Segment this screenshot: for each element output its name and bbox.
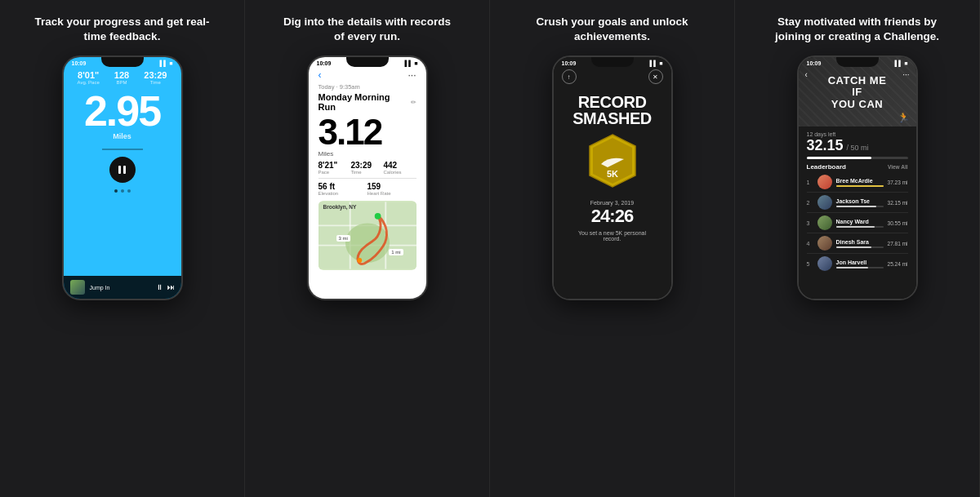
avatar-5: [817, 256, 832, 271]
leader-row-5: 5 Jon Harvell 25.24 mi: [799, 254, 916, 273]
music-label: Jump In: [90, 285, 151, 291]
phone-3-screen: 10:09 ▌▌ ■ ↑ ✕ RECORD SMASHED: [554, 57, 671, 299]
phone-2-status: 10:09 ▌▌ ■: [309, 57, 426, 66]
music-thumbnail: [70, 280, 85, 295]
rank-5: 5: [807, 261, 813, 267]
leader-3-info: Nancy Ward: [836, 219, 884, 228]
challenge-progress: 12 days left 32.15 / 50 mi: [799, 126, 916, 159]
run-distance: 3.12: [309, 113, 426, 150]
panel-3: Crush your goals and unlock achievements…: [490, 0, 735, 497]
stats-divider-1: [318, 178, 416, 179]
stat-elevation: 56 ft Elevation: [318, 182, 368, 196]
panel-2: Dig into the details with records of eve…: [245, 0, 490, 497]
metric-time: 23:29 Time: [144, 71, 167, 85]
svg-text:5K: 5K: [606, 169, 617, 179]
phone-2: 10:09 ▌▌ ■ ‹ ··· Today · 9:35am Monday M…: [307, 55, 428, 300]
close-icon[interactable]: ✕: [648, 69, 663, 84]
rank-1: 1: [807, 180, 813, 185]
progress-goal: / 50 mi: [847, 144, 869, 152]
music-bar[interactable]: Jump In ⏸ ⏭: [64, 276, 181, 299]
phone-4: 10:09 ▌▌ ■ ‹ ··· CATCH ME IF YOU CAN 🏃 1…: [797, 55, 918, 300]
leader-1-dist: 37.23 mi: [888, 180, 908, 185]
run-map[interactable]: Brooklyn, NY 3 mi 1 mi: [318, 201, 416, 270]
leader-3-dist: 30.55 mi: [888, 220, 908, 226]
map-mile-3: 3 mi: [336, 235, 350, 242]
leader-2-name: Jackson Tse: [836, 198, 884, 204]
panel-1: Track your progress and get real-time fe…: [0, 0, 245, 497]
panel-4: Stay motivated with friends by joining o…: [735, 0, 980, 497]
play-pause-icon[interactable]: ⏸: [156, 283, 163, 291]
leaderboard-label: Leaderboard: [807, 163, 846, 171]
status-icons-4: ▌▌ ■: [894, 60, 907, 66]
panel-4-tagline: Stay motivated with friends by joining o…: [768, 15, 947, 44]
stat-heartrate: 159 Heart Rate: [368, 182, 416, 196]
phone-2-screen: 10:09 ▌▌ ■ ‹ ··· Today · 9:35am Monday M…: [309, 57, 426, 299]
back-icon-4[interactable]: ‹: [805, 70, 808, 79]
edit-icon[interactable]: ✏: [411, 99, 416, 106]
avatar-1: [817, 175, 832, 189]
phone-1: 10:09 ▌▌ ■ 8'01" Avg. Pace 128 BPM 23:29…: [62, 55, 183, 300]
svg-point-6: [345, 224, 389, 263]
record-line-1: RECORD: [572, 94, 652, 110]
run-date: Today · 9:35am: [309, 82, 426, 91]
phone-1-screen: 10:09 ▌▌ ■ 8'01" Avg. Pace 128 BPM 23:29…: [64, 57, 181, 299]
avatar-2: [817, 195, 832, 210]
record-line-2: SMASHED: [572, 110, 652, 126]
leader-row-1: 1 Bree McArdie 37.23 mi: [799, 172, 916, 192]
leader-4-name: Dinesh Sara: [836, 239, 884, 245]
rank-3: 3: [807, 220, 813, 226]
record-smashed-title: RECORD SMASHED: [572, 94, 652, 126]
phone-1-distance: 2.95: [64, 90, 181, 132]
pause-icon: [118, 166, 127, 174]
achievement-badge: 5K: [585, 133, 640, 189]
svg-point-8: [357, 259, 362, 264]
panel-2-tagline: Dig into the details with records of eve…: [278, 15, 457, 44]
stat-pace: 8'21" Pace: [318, 161, 351, 175]
achievement-date: February 3, 2019: [590, 200, 634, 206]
avatar-3: [817, 215, 832, 230]
music-controls[interactable]: ⏸ ⏭: [156, 283, 175, 291]
leader-5-info: Jon Harvell: [836, 260, 884, 268]
phone-4-nav: ‹ ···: [799, 69, 916, 81]
pause-button[interactable]: [109, 157, 136, 183]
more-icon-4[interactable]: ···: [902, 70, 909, 79]
run-stats: 8'21" Pace 23:29 Time 442 Calories: [309, 161, 426, 175]
phone-2-nav: ‹ ···: [309, 66, 426, 82]
achievement-time: 24:26: [591, 206, 633, 227]
more-icon[interactable]: ···: [408, 69, 416, 81]
leader-5-name: Jon Harvell: [836, 260, 884, 265]
leader-2-dist: 32.15 mi: [888, 200, 908, 206]
stat-calories: 442 Calories: [384, 161, 416, 175]
leader-3-name: Nancy Ward: [836, 219, 884, 224]
phone-1-status: 10:09 ▌▌ ■: [64, 57, 181, 66]
back-icon[interactable]: ‹: [318, 69, 322, 81]
leaderboard-header: Leaderboard View All: [799, 159, 916, 172]
distance-row: 32.15 / 50 mi: [807, 137, 908, 154]
skip-icon[interactable]: ⏭: [167, 283, 175, 291]
status-time-1: 10:09: [72, 60, 87, 66]
share-icon[interactable]: ↑: [562, 69, 577, 84]
run-distance-unit: Miles: [309, 150, 426, 161]
phone-3: 10:09 ▌▌ ■ ↑ ✕ RECORD SMASHED: [552, 55, 673, 300]
hero-line-2: YOU CAN: [828, 98, 887, 109]
days-left: 12 days left: [807, 131, 908, 137]
run-title: Monday Morning Run: [318, 92, 408, 112]
status-time-2: 10:09: [317, 60, 332, 66]
panel-1-tagline: Track your progress and get real-time fe…: [33, 15, 212, 44]
leader-5-dist: 25.24 mi: [888, 261, 908, 267]
leader-1-name: Bree McArdie: [836, 178, 884, 184]
progress-distance: 32.15: [807, 137, 844, 154]
view-all-button[interactable]: View All: [888, 164, 908, 170]
phone-1-unit: Miles: [64, 132, 181, 140]
status-icons-2: ▌▌ ■: [404, 60, 417, 66]
phone-1-divider: [102, 149, 143, 150]
svg-point-7: [374, 213, 381, 220]
map-mile-1: 1 mi: [389, 249, 403, 255]
avatar-4: [817, 236, 832, 251]
metric-pace: 8'01" Avg. Pace: [78, 71, 100, 85]
metric-bpm: 128 BPM: [114, 71, 129, 85]
status-time-3: 10:09: [562, 60, 577, 66]
phone-1-metrics: 8'01" Avg. Pace 128 BPM 23:29 Time: [64, 66, 181, 87]
phone-4-screen: 10:09 ▌▌ ■ ‹ ··· CATCH ME IF YOU CAN 🏃 1…: [799, 57, 916, 299]
phone-3-action-icons: ↑ ✕: [554, 66, 671, 87]
